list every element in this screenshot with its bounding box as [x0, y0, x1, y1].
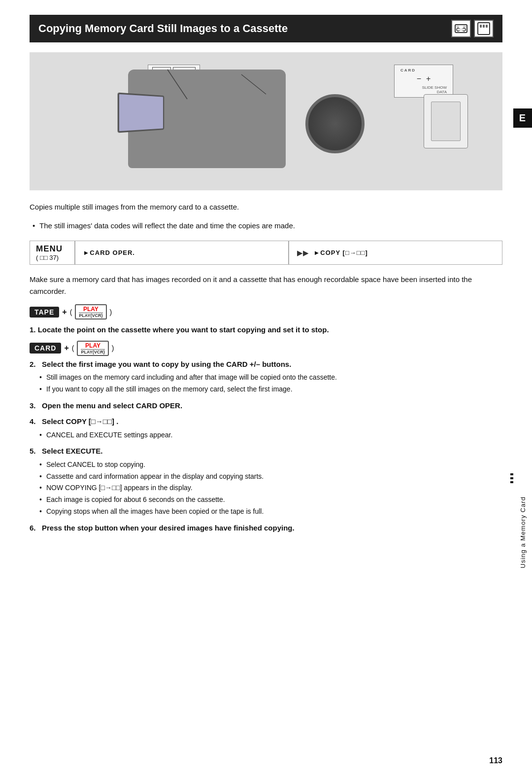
step-2-num: 2.: [30, 360, 36, 368]
camera-lens: [305, 94, 365, 153]
header-icon-cassette: [451, 20, 471, 37]
card-plus: +: [426, 74, 431, 83]
menu-ref: ( □□ 37): [36, 254, 59, 261]
step-5-bullet-1: Select CANCEL to stop copying.: [39, 459, 502, 471]
step-6-header: 6. Press the stop button when your desir…: [30, 523, 502, 534]
step-3: 3. Open the menu and select CARD OPER.: [30, 400, 502, 412]
card-indicator-box: CARD − + SLIDE SHOWDATA: [394, 65, 453, 98]
step-2-header: 2. Select the first image you want to co…: [30, 359, 502, 370]
description-secondary: Make sure a memory card that has images …: [30, 274, 502, 297]
step-4-header: 4. Select COPY [□→□□] .: [30, 416, 502, 427]
step-5-bullets: Select CANCEL to stop copying. Cassette …: [39, 459, 502, 518]
card-badge: CARD: [30, 343, 61, 354]
menu-word: MENU: [36, 244, 63, 254]
step-5-header: 5. Select EXECUTE.: [30, 446, 502, 457]
side-tab-e: E: [513, 108, 532, 128]
step-5: 5. Select EXECUTE. Select CANCEL to stop…: [30, 446, 502, 517]
plus-sign-2: +: [64, 344, 68, 353]
step-5-bullet-4: Each image is copied for about 6 seconds…: [39, 494, 502, 506]
tape-badge: TAPE: [30, 307, 59, 318]
slide-show-label: SLIDE SHOWDATA: [400, 85, 447, 94]
step-1-text: Locate the point on the cassette where y…: [38, 325, 329, 334]
step-5-bullet-5: Copying stops when all the images have b…: [39, 506, 502, 518]
play-text-1: PLAY: [83, 306, 99, 313]
menu-arrow: ▶▶: [297, 248, 309, 257]
step-2-bullets: Still images on the memory card includin…: [39, 372, 502, 395]
plus-sign-1: +: [62, 308, 66, 317]
paren-open-1: (: [70, 308, 72, 316]
svg-rect-9: [486, 25, 488, 28]
header-icon-memcard: [474, 20, 494, 37]
step-4-bullet-1: CANCEL and EXECUTE settings appear.: [39, 429, 502, 441]
step-6: 6. Press the stop button when your desir…: [30, 523, 502, 534]
step-3-num: 3.: [30, 401, 36, 410]
step-6-text: Press the stop button when your desired …: [42, 524, 295, 532]
camera-diagram: FOCUS▶▌▌ AE SHIFT■ CARD − + SLIDE SHOWDA…: [30, 55, 502, 188]
play-badge-1: PLAY PLAY(VCR): [75, 304, 106, 319]
camera-section: FOCUS▶▌▌ AE SHIFT■ CARD − + SLIDE SHOWDA…: [30, 52, 502, 190]
step-3-text: Open the menu and select CARD OPER.: [42, 401, 182, 410]
play-sub-1: PLAY(VCR): [79, 313, 102, 318]
step-2: 2. Select the first image you want to co…: [30, 359, 502, 395]
play-text-2: PLAY: [85, 342, 100, 349]
svg-rect-5: [463, 26, 466, 28]
page-title: Copying Memory Card Still Images to a Ca…: [38, 22, 288, 35]
step-2-bullet-2: If you want to copy all the still images…: [39, 384, 502, 395]
svg-rect-7: [480, 25, 482, 28]
page-header: Copying Memory Card Still Images to a Ca…: [30, 15, 502, 42]
play-sub-2: PLAY(VCR): [81, 349, 104, 355]
page-wrapper: E Using a Memory Card Copying Memory Car…: [0, 0, 532, 780]
card-minus: −: [417, 74, 421, 83]
svg-rect-6: [478, 23, 490, 35]
bullet-datecode: The still images' data codes will reflec…: [30, 220, 502, 232]
tape-badge-row: TAPE + ( PLAY PLAY(VCR) ): [30, 304, 502, 319]
menu-step-2: ▶▶ ►COPY [□→□□]: [289, 241, 502, 264]
menu-label: MENU ( □□ 37): [30, 241, 74, 264]
menu-bar: MENU ( □□ 37) ►CARD OPER. ▶▶ ►COPY [□→□□…: [30, 241, 502, 265]
card-box-controls: − +: [400, 74, 447, 83]
side-label-wrapper: Using a Memory Card: [513, 468, 532, 597]
menu-step2-text: ►COPY [□→□□]: [314, 249, 368, 256]
card-badge-row: CARD + ( PLAY PLAY(VCR) ): [30, 341, 502, 356]
paren-open-2: (: [72, 344, 74, 352]
menu-step-1: ►CARD OPER.: [75, 241, 289, 264]
card-right-inner: [431, 102, 461, 141]
paren-close-2: ): [112, 344, 114, 352]
page-number: 113: [489, 756, 502, 765]
svg-rect-8: [483, 25, 485, 28]
step-2-bullet-1: Still images on the memory card includin…: [39, 372, 502, 384]
card-right-diagram: [424, 94, 468, 148]
step-4-num: 4.: [30, 417, 36, 425]
camera-screen: [118, 92, 165, 133]
step-1-header: 1. Locate the point on the cassette wher…: [30, 324, 502, 336]
step-5-num: 5.: [30, 447, 36, 455]
paren-close-1: ): [110, 308, 112, 316]
card-box-label: CARD: [400, 68, 447, 72]
step-6-num: 6.: [30, 524, 36, 532]
step-5-bullet-3: NOW COPYING [□→□□] appears in the displa…: [39, 482, 502, 494]
step-4: 4. Select COPY [□→□□] . CANCEL and EXECU…: [30, 416, 502, 441]
step-5-text: Select EXECUTE.: [42, 447, 102, 455]
step-3-header: 3. Open the menu and select CARD OPER.: [30, 400, 502, 412]
steps-section: 1. Locate the point on the cassette wher…: [30, 324, 502, 533]
step-1: 1. Locate the point on the cassette wher…: [30, 324, 502, 336]
step-5-bullet-2: Cassette and card information appear in …: [39, 471, 502, 483]
step-4-bullets: CANCEL and EXECUTE settings appear.: [39, 429, 502, 441]
menu-step1-text: ►CARD OPER.: [83, 249, 135, 256]
play-badge-2: PLAY PLAY(VCR): [77, 341, 108, 356]
step-4-text: Select COPY [□→□□] .: [42, 417, 118, 425]
header-icons: [451, 20, 494, 37]
side-label: Using a Memory Card: [519, 496, 527, 568]
svg-rect-3: [459, 29, 463, 31]
step-1-num: 1.: [30, 325, 36, 334]
svg-rect-4: [456, 26, 459, 28]
description-main: Copies multiple still images from the me…: [30, 201, 502, 213]
step-2-text: Select the first image you want to copy …: [42, 360, 291, 368]
